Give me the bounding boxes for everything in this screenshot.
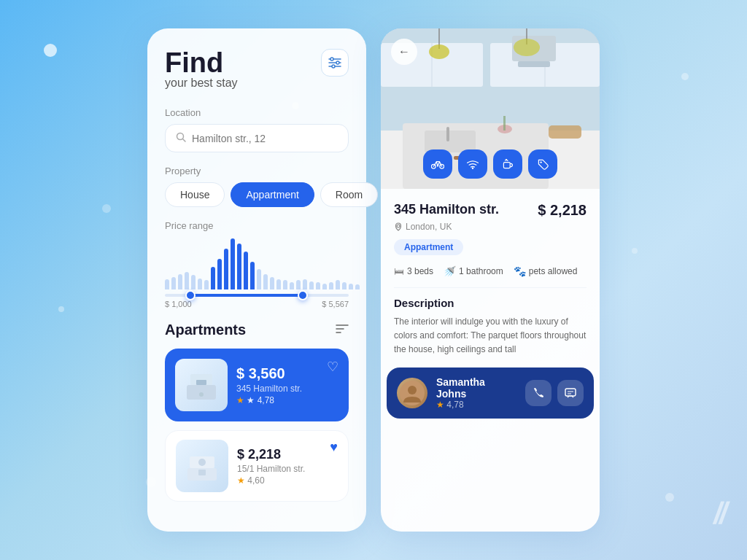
svg-point-14	[199, 392, 204, 397]
feature-pets: 🐾 pets allowed	[514, 265, 578, 277]
svg-point-3	[330, 58, 333, 61]
apartment-price-2: $ 2,218	[237, 447, 338, 462]
filter-icon	[328, 57, 341, 69]
price-max: $ 5,567	[322, 300, 349, 308]
svg-point-35	[429, 44, 449, 59]
search-panel: Find your best stay Location	[147, 28, 366, 532]
apartments-title: Apartments	[165, 322, 246, 338]
price-slider[interactable]	[165, 294, 349, 297]
location-label: Location	[165, 107, 349, 118]
svg-point-17	[198, 459, 206, 466]
amenity-wifi[interactable]	[458, 149, 487, 179]
bed-icon: 🛏	[394, 265, 404, 277]
agent-rating: ★ 4,78	[436, 400, 516, 410]
apartment-card-2[interactable]: $ 2,218 15/1 Hamilton str. ★ 4,60 ♥	[165, 430, 349, 502]
pill-room[interactable]: Room	[320, 182, 378, 207]
svg-rect-44	[503, 163, 510, 168]
pill-house[interactable]: House	[165, 182, 225, 207]
svg-point-37	[514, 39, 540, 56]
slider-thumb-left[interactable]	[185, 290, 196, 300]
filter-button[interactable]	[321, 49, 349, 77]
feature-beds: 🛏 3 beds	[394, 265, 433, 277]
property-image: ←	[381, 28, 600, 189]
apartment-rating-2: ★ 4,60	[237, 475, 338, 486]
svg-rect-49	[565, 389, 576, 396]
agent-avatar	[397, 378, 427, 408]
svg-rect-29	[446, 127, 449, 141]
property-category-tag: Appartment	[394, 239, 463, 255]
svg-rect-25	[518, 61, 550, 67]
location-input[interactable]	[192, 133, 338, 144]
location-icon	[394, 222, 403, 231]
agent-actions	[525, 380, 584, 406]
divider	[394, 287, 587, 288]
agent-bar: Samantha Johns ★ 4,78	[387, 368, 594, 419]
svg-rect-39	[503, 116, 506, 131]
favorite-button-1[interactable]: ♡	[327, 359, 338, 375]
property-address: 345 Hamilton str.	[394, 202, 499, 217]
property-details: 345 Hamilton str. $ 2,218 London, UK App…	[381, 189, 600, 357]
call-button[interactable]	[525, 380, 551, 406]
svg-rect-40	[549, 125, 581, 139]
location-search-box[interactable]	[165, 124, 349, 152]
list-filter-button[interactable]	[336, 324, 349, 337]
main-subtitle: your best stay	[165, 77, 238, 90]
bath-icon: 🚿	[444, 265, 456, 277]
search-icon	[176, 132, 186, 144]
amenity-coffee[interactable]	[493, 149, 522, 179]
slider-thumb-right[interactable]	[298, 290, 308, 300]
description-title: Description	[394, 297, 587, 309]
property-label: Property	[165, 166, 349, 176]
apartment-rating-1: ★ ★ 4,78	[236, 395, 338, 405]
amenity-bike[interactable]	[423, 149, 452, 179]
price-label: Price range	[165, 220, 349, 231]
apartment-address-2: 15/1 Hamilton str.	[237, 464, 338, 474]
svg-point-48	[408, 386, 417, 394]
svg-point-45	[540, 161, 541, 163]
feature-bath: 🚿 1 bathroom	[444, 265, 503, 277]
property-price: $ 2,218	[538, 202, 587, 219]
property-features: 🛏 3 beds 🚿 1 bathroom 🐾 pets allowed	[394, 265, 587, 277]
price-min: $ 1,000	[165, 300, 192, 308]
decorative-slash: //	[711, 496, 728, 531]
svg-rect-18	[198, 470, 206, 475]
apartment-image-1	[175, 359, 228, 411]
amenity-tag[interactable]	[528, 149, 557, 179]
description-text: The interior will indulge you with the l…	[394, 315, 587, 357]
apartment-card-1[interactable]: $ 3,560 345 Hamilton str. ★ ★ 4,78 ♡	[165, 349, 349, 421]
apartment-price-1: $ 3,560	[236, 365, 338, 382]
back-button[interactable]: ←	[391, 39, 417, 65]
apartment-address-1: 345 Hamilton str.	[236, 384, 338, 394]
pets-icon: 🐾	[514, 265, 526, 277]
agent-info: Samantha Johns ★ 4,78	[436, 376, 516, 410]
svg-line-7	[183, 139, 186, 142]
apartment-info-1: $ 3,560 345 Hamilton str. ★ ★ 4,78	[236, 365, 338, 405]
svg-point-43	[472, 168, 473, 169]
message-button[interactable]	[557, 380, 584, 406]
svg-rect-13	[196, 380, 206, 385]
agent-name: Samantha Johns	[436, 376, 516, 400]
property-location: London, UK	[394, 222, 587, 232]
property-detail-panel: ←	[381, 28, 600, 532]
favorite-button-2[interactable]: ♥	[330, 440, 338, 455]
svg-point-5	[332, 65, 335, 68]
pill-apartment[interactable]: Appartment	[231, 182, 314, 207]
svg-point-4	[336, 61, 339, 64]
svg-point-46	[397, 225, 400, 228]
price-chart	[165, 238, 349, 289]
amenity-pills	[423, 149, 557, 179]
property-pills-group: House Appartment Room	[165, 182, 349, 207]
apartment-info-2: $ 2,218 15/1 Hamilton str. ★ 4,60	[237, 447, 338, 486]
main-title: Find	[165, 49, 238, 77]
apartment-image-2	[176, 440, 228, 492]
